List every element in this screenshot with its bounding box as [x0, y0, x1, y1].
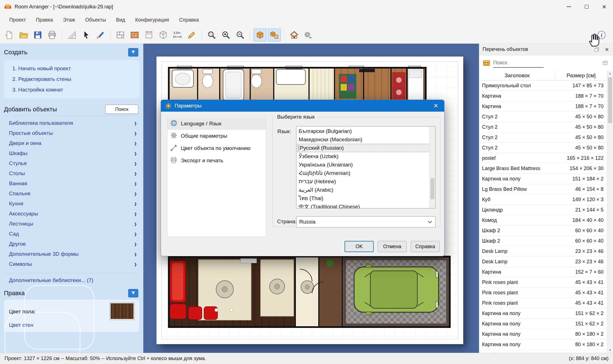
create-step-1[interactable]: 1. Начать новый проект	[12, 63, 139, 74]
menu-item-2[interactable]: Этаж	[58, 15, 80, 25]
sidebar-category[interactable]: Простые объекты›	[4, 128, 140, 138]
object-search-input[interactable]	[493, 58, 544, 68]
menu-item-0[interactable]: Проект	[4, 15, 31, 25]
dialog-section-2[interactable]: Цвет объекта по умолчанию	[167, 142, 266, 154]
view-3d-double-button[interactable]	[268, 29, 281, 41]
create-step-3[interactable]: 3. Настройка комнат	[12, 84, 139, 95]
cancel-button[interactable]: Отмена	[378, 241, 407, 252]
canvas-area[interactable]: Параметры × Language / ЯзыкОбщие парамет…	[143, 44, 479, 353]
language-option[interactable]: Македонски (Macedonian)	[297, 135, 435, 144]
table-row[interactable]: Desk Lamp23 × 23 × 46	[479, 257, 607, 267]
table-row[interactable]: Цилиндр21 × 144 × 5	[479, 205, 607, 215]
print-button[interactable]	[46, 29, 59, 41]
dialog-section-1[interactable]: Общие параметры	[167, 130, 266, 142]
object-table-header[interactable]: Заголовок Размер [см]	[479, 71, 607, 81]
wall-plan-button[interactable]	[114, 29, 127, 41]
object-list-scrollbar[interactable]: ▲ ▼	[607, 71, 613, 353]
sidebar-category[interactable]: Стулья›	[4, 158, 140, 168]
open-folder-button[interactable]	[17, 29, 30, 41]
language-option[interactable]: Русский (Russian)	[297, 144, 435, 152]
language-option[interactable]: Ўзбекча (Uzbek)	[297, 152, 435, 161]
table-row[interactable]: Прямоугольный стол147 × 85 × 73	[479, 81, 607, 91]
scroll-thumb[interactable]	[608, 77, 612, 123]
sidebar-category[interactable]: Другое›	[4, 239, 140, 249]
sidebar-category[interactable]: Сад›	[4, 229, 140, 239]
table-row[interactable]: Картина на полу151 × 184 × 2	[479, 174, 607, 184]
sidebar-category[interactable]: Спальня›	[4, 189, 140, 199]
dialog-title-bar[interactable]: Параметры ×	[161, 100, 444, 112]
language-scroll-thumb[interactable]	[430, 178, 434, 199]
menu-item-6[interactable]: Справка	[174, 15, 204, 25]
maximize-button[interactable]	[578, 0, 595, 13]
dialog-close-button[interactable]: ×	[429, 102, 443, 110]
sidebar-category[interactable]: Столы›	[4, 168, 140, 179]
view-3d-single-button[interactable]	[254, 29, 266, 41]
measure-button[interactable]: 3,5m	[171, 29, 184, 41]
table-row[interactable]: Картина152 × 7 × 60	[479, 267, 607, 277]
language-listbox[interactable]: Български (Bulgarian)Македонски (Macedon…	[296, 126, 436, 208]
menu-item-5[interactable]: Конфигурация	[130, 15, 174, 25]
table-row[interactable]: Desk Lamp23 × 23 × 46	[479, 246, 607, 257]
language-option[interactable]: Български (Bulgarian)	[297, 127, 435, 135]
float-panel-button[interactable]	[592, 45, 601, 54]
panel-close-button[interactable]: ×	[602, 45, 611, 54]
menu-item-1[interactable]: Правка	[31, 15, 58, 25]
house-3d-button[interactable]	[288, 29, 301, 41]
menu-item-4[interactable]: Вид	[111, 15, 130, 25]
language-option[interactable]: Հայերեն (Armenian)	[297, 169, 435, 177]
sidebar-category[interactable]: Лестницы›	[4, 219, 140, 229]
table-row[interactable]: Картина на полу151 × 62 × 2	[479, 319, 607, 329]
sidebar-category[interactable]: Ванная›	[4, 179, 140, 189]
columns-button[interactable]	[601, 58, 610, 67]
sidebar-category[interactable]: Шкафы›	[4, 148, 140, 158]
zoom-out-button[interactable]	[234, 29, 247, 41]
table-row[interactable]: Картина на полу151 × 62 × 2	[479, 308, 607, 319]
minimize-button[interactable]	[560, 0, 578, 13]
sidebar-category[interactable]: Дополнительные 3D формы›	[4, 249, 140, 259]
table-row[interactable]: Large Brass Bed Mattress154 × 206 × 30	[479, 163, 607, 174]
floor-color-swatch[interactable]	[110, 302, 134, 320]
sidebar-category[interactable]: Аксессуары›	[4, 209, 140, 219]
scroll-down-icon[interactable]: ▼	[607, 348, 613, 352]
dimensions-button[interactable]	[142, 29, 155, 41]
sidebar-category[interactable]: Кухня›	[4, 199, 140, 209]
table-row[interactable]: Картина на полу80 × 180 × 2	[479, 329, 607, 339]
brick-wall-button[interactable]	[128, 29, 141, 41]
country-select[interactable]: Russia	[296, 216, 436, 227]
table-row[interactable]: Стул 245 × 50 × 80	[479, 122, 607, 132]
table-row[interactable]: Картина на полу80 × 180 × 2	[479, 339, 607, 350]
scroll-up-icon[interactable]: ▲	[607, 72, 613, 75]
language-option[interactable]: العربية (Arabic)	[297, 186, 435, 194]
language-option[interactable]: ไทย (Thai)	[297, 194, 435, 203]
zoom-in-button[interactable]	[219, 29, 232, 41]
new-document-button[interactable]	[3, 29, 16, 41]
sidebar-category[interactable]: Двери и окна›	[4, 138, 140, 148]
table-row[interactable]: Шкаф 260 × 60 × 40	[479, 236, 607, 246]
cube-3d-button[interactable]	[157, 29, 170, 41]
help-button[interactable]: Справка	[411, 241, 440, 252]
close-button[interactable]: ×	[595, 0, 613, 13]
table-row[interactable]: posteľ165 × 216 × 122	[479, 153, 607, 163]
select-arrow-button[interactable]	[80, 29, 93, 41]
walkthrough-button[interactable]	[302, 29, 315, 41]
sidebar-search-button[interactable]: Поиск	[105, 105, 138, 114]
dialog-section-3[interactable]: Экспорт и печать	[167, 154, 266, 167]
wall-color-link[interactable]: Цвет стен	[9, 322, 134, 328]
edit-filter-button[interactable]	[128, 289, 138, 297]
table-row[interactable]: Комод184 × 40 × 40	[479, 215, 607, 226]
dialog-section-0[interactable]: Language / Язык	[167, 118, 266, 130]
table-row[interactable]: Стул 245 × 50 × 80	[479, 112, 607, 122]
menu-item-3[interactable]: Объекты	[80, 15, 111, 25]
sidebar-category[interactable]: Символы›	[4, 259, 140, 269]
create-step-2[interactable]: 2. Редактировать стены	[12, 74, 139, 84]
table-row[interactable]: Картина188 × 7 × 70	[479, 101, 607, 112]
language-option[interactable]: עברית (Hebrew)	[297, 177, 435, 186]
create-filter-button[interactable]	[128, 48, 138, 57]
table-row[interactable]: Стул 245 × 50 × 80	[479, 132, 607, 143]
table-row[interactable]: Шкаф 2167 × 40 × 40	[479, 350, 607, 353]
table-row[interactable]: Куб149 × 120 × 3	[479, 194, 607, 205]
set-square-button[interactable]	[65, 29, 78, 41]
info-button[interactable]: i	[596, 29, 607, 41]
language-scrollbar[interactable]	[429, 126, 435, 208]
zoom-window-button[interactable]	[205, 29, 218, 41]
